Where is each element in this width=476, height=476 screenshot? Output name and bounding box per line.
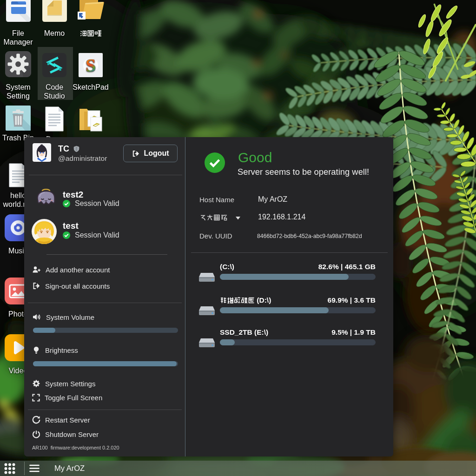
svg-text:S: S	[86, 55, 96, 76]
